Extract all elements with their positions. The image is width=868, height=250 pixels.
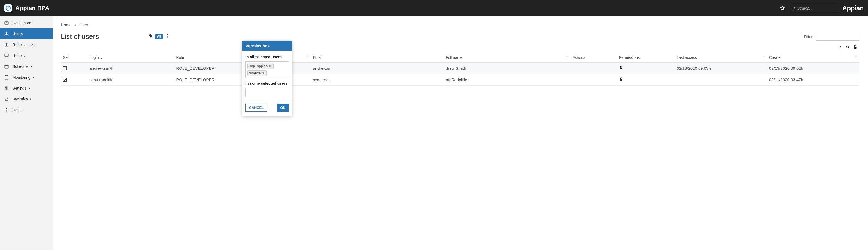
modal-label-all: In all selected users bbox=[245, 55, 289, 59]
remove-tag-icon[interactable]: ✕ bbox=[262, 71, 265, 75]
svg-point-14 bbox=[5, 87, 6, 88]
svg-rect-9 bbox=[6, 57, 7, 58]
svg-point-18 bbox=[167, 34, 168, 35]
sort-asc-icon bbox=[99, 55, 102, 60]
calendar-icon bbox=[3, 64, 10, 69]
settings-gear-icon[interactable] bbox=[777, 3, 787, 13]
search-input[interactable] bbox=[797, 6, 835, 10]
app-title: Appian RPA bbox=[15, 5, 49, 12]
permission-tag[interactable]: finance✕ bbox=[247, 70, 267, 76]
kebab-menu-icon[interactable] bbox=[165, 33, 170, 40]
question-icon bbox=[3, 107, 10, 113]
svg-rect-11 bbox=[5, 65, 8, 66]
search-icon bbox=[792, 6, 796, 10]
chevron-right-icon bbox=[28, 86, 31, 90]
clipboard-icon bbox=[3, 75, 10, 80]
th-actions[interactable]: Actions bbox=[570, 53, 617, 63]
cell-created: 02/13/2020 09:02h bbox=[767, 63, 859, 74]
permissions-lock-icon[interactable] bbox=[619, 66, 623, 71]
sidebar-item-label: Statistics bbox=[12, 97, 28, 101]
svg-rect-23 bbox=[854, 47, 857, 49]
permission-tag[interactable]: sap_appian✕ bbox=[247, 63, 274, 69]
th-fullname[interactable]: Full name bbox=[443, 53, 570, 63]
row-checkbox[interactable] bbox=[63, 78, 67, 82]
user-icon bbox=[3, 31, 10, 36]
sidebar-item-help[interactable]: Help bbox=[0, 104, 53, 116]
th-email[interactable]: Email bbox=[311, 53, 443, 63]
cell-fullname: ott Radcliffe bbox=[443, 74, 570, 86]
bug-deselect-icon[interactable] bbox=[845, 45, 850, 51]
table-row[interactable]: scott.radcliffe ROLE_DEVELOPER scott.rad… bbox=[61, 74, 859, 86]
svg-point-19 bbox=[167, 36, 168, 36]
global-search[interactable] bbox=[790, 4, 837, 12]
svg-rect-12 bbox=[5, 75, 8, 79]
permissions-modal: Permissions In all selected users sap_ap… bbox=[242, 41, 292, 116]
sidebar-item-robotic-tasks[interactable]: Robotic tasks bbox=[0, 39, 53, 50]
monitor-icon bbox=[3, 53, 10, 58]
cell-email: andrew.sm bbox=[311, 63, 443, 74]
tags-some-users[interactable] bbox=[245, 88, 289, 97]
svg-point-6 bbox=[6, 32, 7, 34]
page-title: List of users bbox=[61, 32, 99, 41]
person-arms-icon bbox=[3, 42, 10, 47]
sidebar-item-statistics[interactable]: Statistics bbox=[0, 94, 53, 104]
sidebar-item-dashboard[interactable]: Dashboard bbox=[0, 18, 53, 28]
tags-all-users[interactable]: sap_appian✕ finance✕ bbox=[245, 61, 289, 78]
breadcrumb-separator: › bbox=[75, 22, 76, 27]
cell-login: scott.radcliffe bbox=[87, 74, 174, 86]
chevron-right-icon bbox=[30, 64, 33, 69]
dashboard-icon bbox=[3, 21, 10, 25]
bug-select-icon[interactable] bbox=[837, 45, 842, 51]
sidebar-item-label: Dashboard bbox=[12, 21, 31, 25]
sidebar-item-label: Monitoring bbox=[12, 75, 30, 80]
cell-email: scott.radcl bbox=[311, 74, 443, 86]
tag-icon[interactable] bbox=[148, 33, 153, 40]
sidebar-item-label: Settings bbox=[12, 86, 26, 90]
main-content: Home › Users List of users All Filter: bbox=[53, 16, 868, 250]
cancel-button[interactable]: CANCEL bbox=[245, 104, 267, 112]
sidebar-item-schedule[interactable]: Schedule bbox=[0, 61, 53, 72]
cell-lastaccess: 02/13/2020 09:03h bbox=[675, 63, 767, 74]
chart-line-icon bbox=[3, 97, 10, 101]
th-lastaccess[interactable]: Last access bbox=[675, 53, 767, 63]
svg-point-16 bbox=[7, 87, 8, 87]
modal-label-some: In some selected users bbox=[245, 81, 289, 86]
sidebar-item-monitoring[interactable]: Monitoring bbox=[0, 72, 53, 83]
th-sel[interactable]: Sel. bbox=[61, 53, 87, 63]
filter-input[interactable] bbox=[816, 33, 859, 40]
sidebar-item-label: Schedule bbox=[12, 64, 28, 69]
sidebar-item-robots[interactable]: Robots bbox=[0, 50, 53, 61]
lock-icon[interactable] bbox=[853, 45, 858, 51]
permissions-lock-icon[interactable] bbox=[619, 77, 623, 82]
svg-rect-13 bbox=[6, 75, 7, 76]
th-created[interactable]: Created bbox=[767, 53, 859, 63]
app-logo bbox=[4, 4, 12, 12]
sidebar-item-users[interactable]: Users bbox=[0, 28, 53, 39]
sliders-icon bbox=[3, 86, 10, 91]
svg-point-20 bbox=[167, 37, 168, 38]
breadcrumb-current: Users bbox=[80, 22, 90, 27]
svg-rect-2 bbox=[6, 8, 8, 9]
row-checkbox[interactable] bbox=[63, 66, 67, 70]
th-permissions[interactable]: Permissions bbox=[617, 53, 675, 63]
breadcrumb: Home › Users bbox=[61, 22, 859, 27]
cell-created: 03/11/2020 03:47h bbox=[767, 74, 859, 86]
sidebar-item-label: Help bbox=[12, 108, 21, 112]
ok-button[interactable]: OK bbox=[277, 104, 289, 112]
filter-label: Filter: bbox=[804, 35, 813, 39]
th-login[interactable]: Login bbox=[87, 53, 174, 63]
svg-rect-1 bbox=[8, 6, 9, 8]
modal-divider bbox=[242, 100, 292, 100]
svg-rect-5 bbox=[6, 22, 7, 23]
all-filter-badge[interactable]: All bbox=[155, 34, 163, 39]
sidebar-item-settings[interactable]: Settings bbox=[0, 83, 53, 94]
svg-point-17 bbox=[6, 111, 7, 112]
breadcrumb-home[interactable]: Home bbox=[61, 22, 72, 27]
modal-title: Permissions bbox=[242, 41, 292, 51]
svg-rect-8 bbox=[5, 54, 8, 56]
svg-rect-24 bbox=[620, 67, 622, 69]
sidebar-item-label: Users bbox=[12, 32, 23, 36]
table-row[interactable]: andrew.smith ROLE_DEVELOPER andrew.sm dr… bbox=[61, 63, 859, 74]
remove-tag-icon[interactable]: ✕ bbox=[269, 64, 272, 68]
chevron-right-icon bbox=[22, 108, 25, 112]
